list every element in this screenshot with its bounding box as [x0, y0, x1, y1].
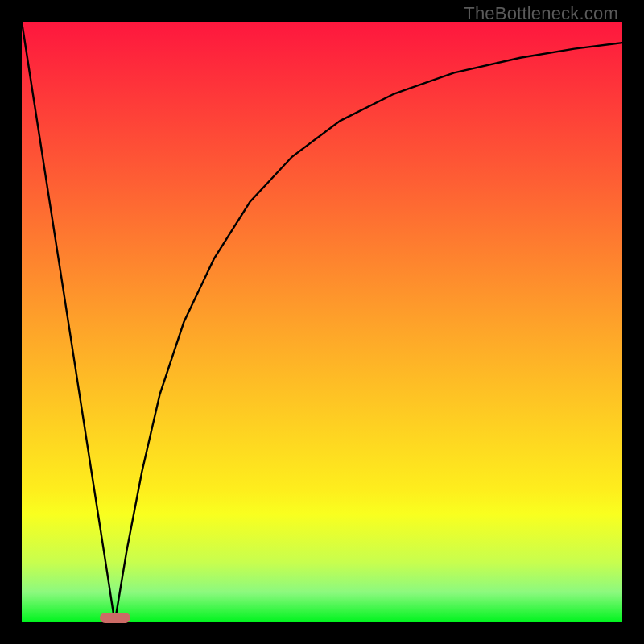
- right-branch-curve: [115, 43, 622, 622]
- left-branch-line: [22, 22, 115, 622]
- bottleneck-marker: [100, 613, 130, 623]
- watermark-text: TheBottleneck.com: [464, 3, 618, 24]
- chart-frame: TheBottleneck.com: [0, 0, 644, 644]
- curve-layer: [22, 22, 622, 622]
